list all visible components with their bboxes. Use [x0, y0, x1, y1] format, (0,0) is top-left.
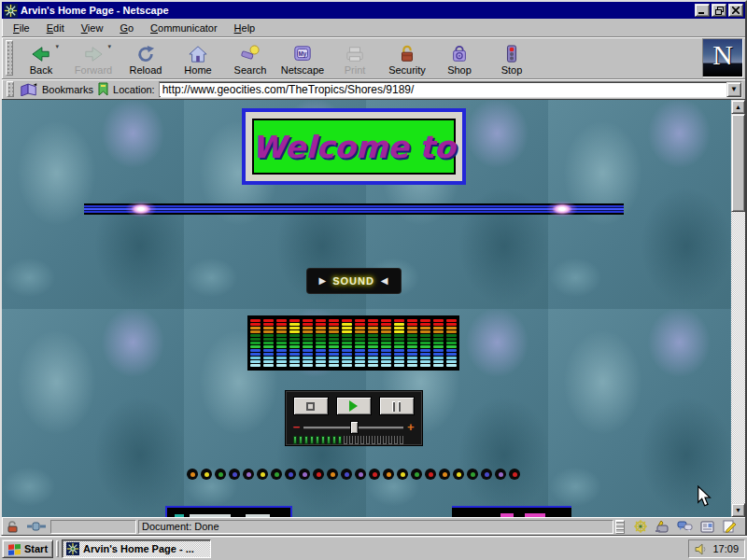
mouse-cursor: [695, 485, 713, 508]
equalizer-bar: [276, 338, 287, 341]
equalizer-bar: [329, 330, 339, 333]
mailbox-icon[interactable]: [655, 520, 669, 533]
component-bar-grip[interactable]: [615, 520, 625, 534]
menu-communicator[interactable]: Communicator: [143, 21, 225, 35]
equalizer-bar: [446, 349, 457, 352]
composer-icon[interactable]: [722, 520, 736, 533]
scrollbar-thumb[interactable]: [731, 114, 745, 212]
equalizer-bar: [342, 338, 352, 341]
forward-button[interactable]: ▾ Forward: [67, 38, 120, 77]
title-bar[interactable]: Arvin's Home Page - Netscape: [2, 2, 745, 19]
my-netscape-icon: My: [292, 43, 313, 63]
equalizer-bar: [446, 345, 457, 348]
equalizer-bar: [250, 353, 261, 356]
netscape-logo[interactable]: N: [702, 38, 743, 77]
equalizer-bar: [394, 319, 404, 322]
equalizer-column: [355, 319, 365, 367]
url-dropdown-button[interactable]: ▼: [726, 82, 741, 97]
menu-help[interactable]: Help: [227, 21, 263, 35]
menu-view[interactable]: View: [74, 21, 111, 35]
online-status-button[interactable]: [24, 520, 49, 534]
equalizer-column: [446, 319, 457, 367]
equalizer-bar: [433, 319, 444, 322]
search-button[interactable]: Search: [224, 38, 276, 77]
navigator-icon[interactable]: [634, 520, 647, 533]
url-input[interactable]: [160, 83, 726, 96]
back-arrow-icon: ▾: [31, 43, 51, 63]
equalizer-bar: [329, 323, 339, 326]
equalizer-bar: [250, 357, 261, 359]
equalizer-bar: [394, 349, 404, 352]
navigation-toolbar: ▾ Back ▾ Forward Reload Home Search My: [2, 37, 745, 79]
security-status-button[interactable]: [4, 520, 22, 534]
discussions-icon[interactable]: [677, 521, 693, 533]
meter-segment: [366, 436, 370, 444]
equalizer-bar: [368, 327, 378, 329]
volume-slider-thumb[interactable]: [350, 421, 359, 434]
scroll-down-button[interactable]: ▼: [731, 503, 745, 517]
equalizer-bar: [381, 357, 391, 359]
volume-speaker-icon[interactable]: [695, 543, 708, 555]
stop-button[interactable]: Stop: [486, 38, 538, 77]
scroll-up-button[interactable]: ▲: [731, 100, 745, 114]
equalizer-bar: [316, 319, 326, 322]
equalizer-bar: [407, 334, 417, 337]
location-bar-grip[interactable]: [7, 81, 14, 97]
equalizer-bar: [329, 364, 339, 367]
welcome-banner: Welcome to: [242, 108, 466, 185]
equalizer-bar: [420, 334, 430, 337]
menu-edit[interactable]: Edit: [39, 21, 72, 35]
meter-segment: [304, 436, 308, 444]
bullet-dot: [425, 469, 436, 480]
reload-button[interactable]: Reload: [120, 38, 172, 77]
security-button[interactable]: Security: [381, 38, 433, 77]
equalizer-column: [407, 319, 417, 367]
address-book-icon[interactable]: [700, 521, 714, 533]
equalizer-bar: [433, 349, 444, 352]
home-button[interactable]: Home: [172, 38, 224, 77]
bullet-dot: [285, 469, 296, 480]
equalizer-bar: [446, 319, 457, 322]
window-title: Arvin's Home Page - Netscape: [21, 5, 692, 16]
equalizer-bar: [433, 327, 444, 329]
toolbar-grip[interactable]: [6, 40, 13, 76]
equalizer-bar: [342, 360, 352, 363]
equalizer-bar: [342, 327, 352, 329]
equalizer-bar: [276, 357, 287, 359]
menu-go[interactable]: Go: [112, 21, 141, 35]
restore-button[interactable]: [712, 4, 726, 17]
task-button-netscape[interactable]: Arvin's Home Page - ...: [62, 539, 211, 558]
equalizer-bar: [250, 349, 261, 352]
equalizer-bar: [289, 345, 300, 348]
minimize-button[interactable]: [695, 4, 710, 17]
equalizer-bar: [420, 360, 430, 363]
shop-button[interactable]: Shop: [433, 38, 486, 77]
equalizer-bar: [446, 338, 457, 341]
equalizer-bar: [342, 364, 352, 367]
menu-file[interactable]: File: [6, 21, 37, 35]
volume-slider[interactable]: [303, 427, 403, 428]
equalizer-bar: [263, 360, 274, 363]
start-button[interactable]: Start: [2, 539, 53, 558]
equalizer-bar: [394, 327, 404, 329]
equalizer-bar: [381, 334, 391, 337]
equalizer-bar: [446, 342, 457, 344]
bullet-dot: [453, 469, 464, 480]
taskbar-divider[interactable]: [56, 540, 59, 557]
close-button[interactable]: [728, 4, 743, 17]
meter-segment: [293, 436, 297, 444]
forward-arrow-icon: ▾: [83, 43, 104, 63]
player-play-button[interactable]: [336, 397, 372, 415]
equalizer-bar: [433, 338, 444, 341]
equalizer-bar: [420, 345, 430, 348]
player-pause-button[interactable]: [379, 397, 415, 415]
sound-button[interactable]: ▶ SOUND ◀: [307, 269, 401, 293]
netscape-button[interactable]: My Netscape: [276, 38, 329, 77]
vertical-scrollbar[interactable]: ▲ ▼: [731, 100, 745, 517]
back-button[interactable]: ▾ Back: [15, 38, 67, 77]
bookmarks-label[interactable]: Bookmarks: [42, 84, 93, 95]
equalizer-bar: [446, 334, 457, 337]
print-button[interactable]: Print: [329, 38, 381, 77]
equalizer-bar: [381, 345, 391, 348]
player-stop-button[interactable]: [293, 397, 329, 415]
